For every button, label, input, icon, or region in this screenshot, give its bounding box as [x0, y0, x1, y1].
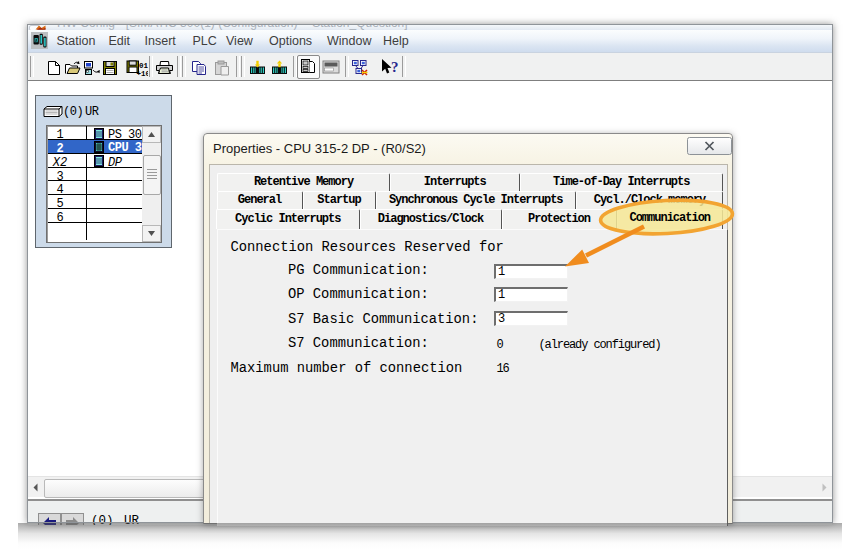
svg-text:+10: +10 — [137, 70, 149, 78]
svg-text:01: 01 — [139, 62, 148, 70]
svg-text:?: ? — [391, 59, 399, 75]
